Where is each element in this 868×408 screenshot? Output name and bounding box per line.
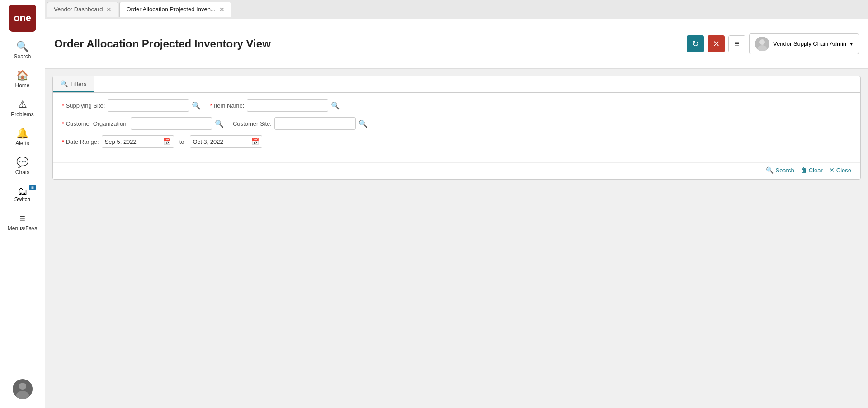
content-area: 🔍 Filters * Supplying Site: 🔍 (45, 69, 868, 408)
filters-panel: 🔍 Filters * Supplying Site: 🔍 (52, 76, 861, 180)
avatar[interactable] (13, 379, 33, 399)
menu-button[interactable]: ≡ (728, 35, 745, 52)
header-actions: ↻ ✕ ≡ Vendor Supply Chain Admin ▾ (687, 33, 859, 54)
filter-tab-icon: 🔍 (60, 80, 68, 87)
dropdown-arrow-icon: ▾ (850, 40, 853, 47)
calendar-to-icon[interactable]: 📅 (251, 138, 259, 145)
page-header: Order Allocation Projected Inventory Vie… (45, 19, 868, 69)
refresh-icon: ↻ (692, 39, 699, 49)
filters-tab-label: Filters (71, 81, 86, 87)
sidebar-label-alerts: Alerts (15, 140, 29, 147)
customer-org-required: * (62, 120, 64, 127)
filters-tab[interactable]: 🔍 Filters (53, 76, 94, 92)
filter-body: * Supplying Site: 🔍 * Item Name: 🔍 (53, 93, 860, 162)
svg-point-4 (760, 39, 765, 45)
supplying-site-required: * (62, 102, 64, 109)
date-range-group: * Date Range: Sep 5, 2022 📅 to Oct 3, 20… (62, 135, 262, 148)
svg-point-1 (19, 383, 26, 390)
clear-action-icon: 🗑 (801, 166, 807, 174)
supplying-site-label: * Supplying Site: (62, 102, 105, 109)
sidebar-label-problems: Problems (11, 111, 34, 118)
customer-org-group: * Customer Organization: 🔍 (62, 117, 224, 130)
close-action-label: Close (836, 167, 851, 174)
user-name: Vendor Supply Chain Admin (773, 40, 846, 47)
user-dropdown[interactable]: Vendor Supply Chain Admin ▾ (749, 33, 859, 54)
item-name-input[interactable] (247, 99, 328, 112)
supplying-site-search-icon[interactable]: 🔍 (192, 101, 201, 110)
supplying-site-group: * Supplying Site: 🔍 (62, 99, 201, 112)
tab-vendor-dashboard[interactable]: Vendor Dashboard ✕ (47, 2, 118, 17)
switch-icon: 🗂 (18, 186, 28, 196)
close-button[interactable]: ✕ (708, 35, 725, 52)
main-content: Vendor Dashboard ✕ Order Allocation Proj… (45, 0, 868, 408)
page-title: Order Allocation Projected Inventory Vie… (54, 38, 687, 50)
warning-icon: ⚠ (18, 100, 27, 109)
sidebar-item-problems[interactable]: ⚠ Problems (0, 94, 45, 123)
close-action[interactable]: ✕ Close (829, 166, 851, 174)
search-icon: 🔍 (16, 42, 28, 52)
date-to-wrapper: Oct 3, 2022 📅 (190, 135, 262, 148)
sidebar-label-chats: Chats (15, 169, 29, 176)
supplying-site-input[interactable] (108, 99, 189, 112)
tab-close-vendor-dashboard[interactable]: ✕ (106, 6, 112, 13)
customer-site-group: Customer Site: 🔍 (233, 117, 368, 130)
filter-actions: 🔍 Search 🗑 Clear ✕ Close (53, 162, 860, 179)
clear-action-label: Clear (809, 167, 823, 174)
date-from-value: Sep 5, 2022 (105, 138, 161, 145)
chat-icon: 💬 (16, 157, 28, 167)
search-action-icon: 🔍 (766, 166, 774, 174)
sidebar-label-search: Search (14, 53, 31, 60)
search-action-label: Search (775, 167, 794, 174)
close-icon: ✕ (713, 39, 720, 49)
item-name-required: * (210, 102, 212, 109)
tab-label-order-allocation: Order Allocation Projected Inven... (126, 6, 215, 13)
filter-row-3: * Date Range: Sep 5, 2022 📅 to Oct 3, 20… (62, 135, 851, 148)
customer-site-input[interactable] (274, 117, 356, 130)
sidebar-item-home[interactable]: 🏠 Home (0, 65, 45, 94)
sidebar-item-menus[interactable]: ≡ Menus/Favs (0, 208, 45, 237)
item-name-label: * Item Name: (210, 102, 244, 109)
date-to-value: Oct 3, 2022 (193, 138, 250, 145)
customer-site-label: Customer Site: (233, 120, 272, 127)
item-name-search-icon[interactable]: 🔍 (331, 101, 340, 110)
date-range-label: * Date Range: (62, 138, 99, 145)
filters-tab-bar: 🔍 Filters (53, 76, 860, 93)
sidebar-label-home: Home (15, 82, 29, 89)
filter-row-2: * Customer Organization: 🔍 Customer Site… (62, 117, 851, 130)
bell-icon: 🔔 (16, 128, 28, 138)
tab-label-vendor-dashboard: Vendor Dashboard (54, 6, 103, 13)
app-logo[interactable]: one (9, 5, 36, 32)
clear-action[interactable]: 🗑 Clear (801, 166, 823, 174)
calendar-from-icon[interactable]: 📅 (163, 138, 171, 145)
customer-org-input[interactable] (131, 117, 212, 130)
refresh-button[interactable]: ↻ (687, 35, 704, 52)
sidebar-label-menus: Menus/Favs (8, 225, 37, 232)
date-from-wrapper: Sep 5, 2022 📅 (102, 135, 174, 148)
close-action-icon: ✕ (829, 166, 835, 174)
date-separator: to (177, 138, 187, 145)
user-avatar (755, 37, 769, 51)
sidebar-bottom (13, 379, 33, 408)
date-range-required: * (62, 138, 64, 145)
hamburger-icon: ≡ (734, 38, 740, 49)
search-action[interactable]: 🔍 Search (766, 166, 794, 174)
customer-org-label: * Customer Organization: (62, 120, 128, 127)
filter-row-1: * Supplying Site: 🔍 * Item Name: 🔍 (62, 99, 851, 112)
sidebar-item-alerts[interactable]: 🔔 Alerts (0, 123, 45, 152)
sidebar-label-switch: Switch (14, 196, 30, 203)
sidebar-item-chats[interactable]: 💬 Chats (0, 152, 45, 181)
sidebar-item-search[interactable]: 🔍 Search (0, 36, 45, 65)
sidebar-item-switch[interactable]: ≡ 🗂 Switch (0, 181, 45, 208)
switch-badge: ≡ (29, 185, 36, 190)
sidebar: one 🔍 Search 🏠 Home ⚠ Problems 🔔 Alerts … (0, 0, 45, 408)
tab-bar: Vendor Dashboard ✕ Order Allocation Proj… (45, 0, 868, 19)
tab-close-order-allocation[interactable]: ✕ (219, 6, 225, 13)
menus-icon: ≡ (19, 213, 25, 223)
item-name-group: * Item Name: 🔍 (210, 99, 340, 112)
home-icon: 🏠 (16, 71, 28, 81)
customer-org-search-icon[interactable]: 🔍 (215, 119, 224, 128)
customer-site-search-icon[interactable]: 🔍 (359, 119, 368, 128)
tab-order-allocation[interactable]: Order Allocation Projected Inven... ✕ (119, 2, 231, 17)
